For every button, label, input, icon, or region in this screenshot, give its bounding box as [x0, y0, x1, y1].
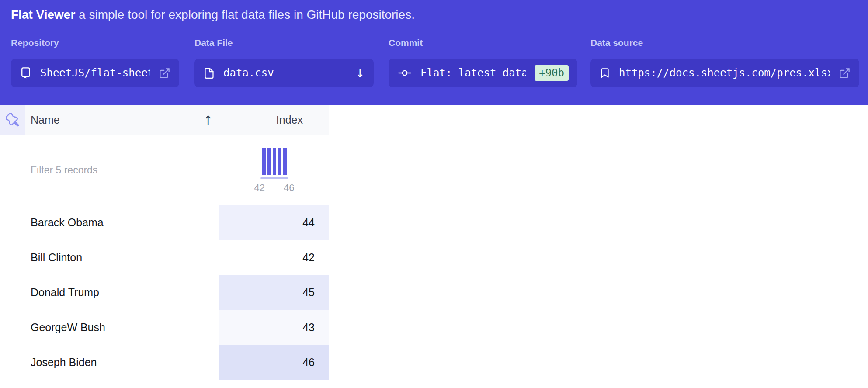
- sticky-column-toggle[interactable]: [0, 105, 25, 135]
- table-body: Barack Obama 44 Bill Clinton 42 Donald T…: [0, 205, 868, 380]
- down-arrow-icon: ↓: [355, 66, 365, 80]
- name-cell: Donald Trump: [0, 275, 219, 310]
- table-row: Joseph Biden 46: [0, 345, 868, 380]
- index-cell: 42: [219, 240, 329, 275]
- app-title: Flat Viewer a simple tool for exploring …: [11, 5, 415, 24]
- data-source-button[interactable]: https://docs.sheetjs.com/pres.xlsx: [590, 59, 859, 87]
- table-row: Bill Clinton 42: [0, 240, 868, 275]
- histogram-bars: [262, 148, 287, 175]
- column-index-label: Index: [276, 114, 303, 126]
- commit-additions-badge: +90b: [535, 65, 569, 81]
- column-name-label: Name: [31, 114, 60, 126]
- grid-filter-row: 42 46: [0, 135, 868, 205]
- index-cell: 44: [219, 205, 329, 240]
- name-cell: Joseph Biden: [0, 345, 219, 380]
- index-histogram: 42 46: [254, 148, 295, 205]
- header-filler: [329, 105, 868, 135]
- commit-button[interactable]: Flat: latest data +90b: [389, 59, 577, 87]
- name-filter-cell: [0, 135, 219, 205]
- commit-control: Commit Flat: latest data +90b: [389, 37, 577, 87]
- external-link-icon: [839, 67, 851, 79]
- data-source-value: https://docs.sheetjs.com/pres.xlsx: [619, 67, 830, 79]
- row-filler: [329, 275, 868, 310]
- sort-ascending-icon: ↑: [203, 113, 213, 127]
- external-link-icon: [159, 67, 170, 79]
- column-divider: [219, 105, 219, 380]
- app-title-brand: Flat Viewer: [11, 8, 75, 21]
- row-filler: [329, 345, 868, 380]
- file-icon: [203, 67, 215, 79]
- histogram-bar: [262, 148, 266, 175]
- filter-records-input[interactable]: [31, 164, 214, 176]
- column-divider: [329, 105, 329, 380]
- app-subtitle: a simple tool for exploring flat data fi…: [79, 8, 415, 21]
- topbar: Flat Viewer a simple tool for exploring …: [0, 0, 868, 105]
- name-cell: GeorgeW Bush: [0, 310, 219, 345]
- histogram-max-label: 46: [284, 182, 294, 194]
- histogram-range-track: [260, 177, 288, 179]
- commit-label: Commit: [389, 37, 577, 49]
- data-file-label: Data File: [194, 37, 374, 49]
- histogram-bar: [273, 148, 276, 175]
- data-source-label: Data source: [590, 37, 859, 49]
- data-source-control: Data source https://docs.sheetjs.com/pre…: [590, 37, 859, 87]
- row-filler: [329, 310, 868, 345]
- histogram-bar: [267, 148, 271, 175]
- table-row: Barack Obama 44: [0, 205, 868, 240]
- row-filler: [329, 205, 868, 240]
- histogram-bar: [283, 148, 287, 175]
- repository-value: SheetJS/flat-sheet: [40, 67, 150, 79]
- data-grid: Name ↑ Index 42 46 Barack Obama 44: [0, 105, 868, 380]
- repository-button[interactable]: SheetJS/flat-sheet: [11, 59, 179, 87]
- data-file-select[interactable]: data.csv ↓: [194, 59, 374, 87]
- table-row: Donald Trump 45: [0, 275, 868, 310]
- column-header-index[interactable]: Index: [219, 105, 329, 135]
- histogram-labels: 42 46: [254, 182, 295, 194]
- index-cell: 45: [219, 275, 329, 310]
- filler-row-divider: [329, 170, 868, 170]
- histogram-bar: [278, 148, 281, 175]
- data-file-control: Data File data.csv ↓: [194, 37, 374, 87]
- pin-icon: [6, 113, 19, 127]
- name-cell: Bill Clinton: [0, 240, 219, 275]
- git-commit-icon: [397, 67, 412, 79]
- index-cell: 43: [219, 310, 329, 345]
- grid-header-row: Name ↑ Index: [0, 105, 868, 135]
- table-row: GeorgeW Bush 43: [0, 310, 868, 345]
- index-histogram-filter[interactable]: 42 46: [219, 135, 329, 205]
- name-cell: Barack Obama: [0, 205, 219, 240]
- data-file-value: data.csv: [223, 67, 274, 79]
- repo-book-icon: [20, 67, 32, 79]
- commit-value: Flat: latest data: [420, 67, 526, 79]
- histogram-min-label: 42: [254, 182, 265, 194]
- repository-control: Repository SheetJS/flat-sheet: [11, 37, 179, 87]
- index-cell: 46: [219, 345, 329, 380]
- repository-label: Repository: [11, 37, 179, 49]
- bookmark-icon: [599, 67, 611, 79]
- row-filler: [329, 240, 868, 275]
- column-header-name[interactable]: Name ↑: [25, 105, 219, 135]
